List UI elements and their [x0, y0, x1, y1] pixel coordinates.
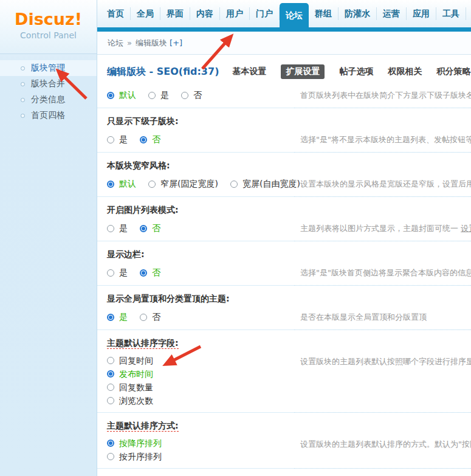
form-row-label: 主题默认排序方式: [107, 421, 294, 430]
radio-option-label: 浏览次数 [119, 394, 153, 407]
radio-option[interactable]: 默认 [107, 88, 136, 103]
radio-icon[interactable] [107, 92, 114, 99]
top-nav-item-首页[interactable]: 首页 [101, 7, 131, 20]
top-nav-item-论坛[interactable]: 论坛 [280, 3, 309, 30]
radio-group: 回复时间 发布时间 回复数量 浏览次数 [107, 354, 294, 407]
breadcrumb-section[interactable]: 论坛 [108, 38, 123, 47]
radio-option-label: 按降序排列 [119, 436, 162, 450]
top-nav-item-应用[interactable]: 应用 [407, 7, 436, 20]
form-row-help-cell: 选择"是"将不显示本版块的主题列表、发帖按钮等等 [294, 108, 471, 153]
sidebar-item[interactable]: 首页四格 [0, 108, 97, 123]
radio-icon[interactable] [181, 92, 188, 99]
radio-icon[interactable] [230, 181, 238, 188]
radio-option-label: 是 [119, 132, 128, 147]
sidebar-item[interactable]: 分类信息 [0, 92, 97, 108]
radio-icon[interactable] [107, 397, 114, 404]
top-nav-item-用户[interactable]: 用户 [220, 7, 250, 20]
settings-tab[interactable]: 基本设置 [232, 66, 266, 77]
form-row-field-cell: 页面缓存系数: [97, 469, 294, 476]
help-text: 设置版块的主题列表默认按照哪个字段进行排序显示 [300, 354, 471, 369]
top-nav-item-群组[interactable]: 群组 [309, 7, 339, 20]
top-nav-item-内容[interactable]: 内容 [190, 7, 220, 20]
form-row-label: 只显示下级子版块: [107, 117, 294, 126]
radio-icon[interactable] [107, 314, 114, 321]
settings-tab[interactable]: 扩展设置 [281, 64, 325, 79]
help-link[interactable]: 设置宽 [461, 224, 471, 233]
top-nav-item-站长[interactable]: 站长 [466, 7, 471, 20]
form-row-field-cell: 默认 是 否 [97, 80, 294, 108]
radio-option[interactable]: 是 [148, 88, 169, 103]
help-text: 首页版块列表中在版块简介下方显示下级子版块名字 [300, 88, 471, 103]
radio-option[interactable]: 否 [140, 221, 160, 236]
settings-tab[interactable]: 权限相关 [388, 66, 422, 77]
form-row-label: 显示边栏: [107, 250, 294, 259]
radio-icon[interactable] [148, 92, 156, 99]
settings-tab[interactable]: 积分策略 [436, 66, 470, 77]
radio-option-label: 否 [193, 88, 202, 103]
radio-option[interactable]: 回复时间 [107, 354, 294, 367]
radio-option[interactable]: 回复数量 [107, 381, 294, 394]
radio-icon[interactable] [107, 384, 114, 391]
radio-option[interactable]: 否 [140, 132, 160, 147]
help-text: 选择"是"版块首页侧边将显示聚合本版内容的信息 [300, 265, 471, 280]
radio-icon[interactable] [107, 453, 114, 460]
form-row-help-cell: 选择"是"版块首页侧边将显示聚合本版内容的信息 [294, 241, 471, 286]
form-row-help-cell: 首页版块列表中在版块简介下方显示下级子版块名字 [294, 80, 471, 108]
radio-option[interactable]: 发布时间 [107, 367, 294, 381]
sidebar-menu: 版块管理 版块合并 分类信息 首页四格 [0, 54, 97, 123]
help-text: 设置本版块的显示风格是宽版还是窄版，设置后用户 [300, 176, 471, 191]
sidebar-item[interactable]: 版块管理 [0, 60, 97, 76]
form-row-label: 显示全局置顶和分类置顶的主题: [107, 294, 294, 303]
radio-icon[interactable] [107, 357, 114, 364]
radio-option-label: 是 [119, 309, 128, 325]
top-nav-item-运营[interactable]: 运营 [377, 7, 407, 20]
sidebar-item[interactable]: 版块合并 [0, 76, 97, 92]
form-row: 开启图片列表模式: 是 否 主题列表将以图片方式显示，主题封面可统一 设置宽 [97, 197, 471, 241]
form-row-field-cell: 主题默认排序字段: 回复时间 发布时间 回复数量 浏览次数 [97, 330, 294, 413]
help-text: 选择"是"将不显示本版块的主题列表、发帖按钮等等 [300, 132, 471, 147]
bullet-icon [21, 114, 25, 118]
breadcrumb-add-link[interactable]: [+] [170, 38, 182, 47]
radio-option[interactable]: 按升序排列 [107, 450, 294, 463]
radio-option[interactable]: 浏览次数 [107, 394, 294, 407]
radio-icon[interactable] [107, 370, 114, 378]
radio-option[interactable]: 否 [140, 265, 160, 280]
radio-icon[interactable] [140, 314, 147, 321]
form-row-help-cell: 设置版块的主题列表默认按照哪个字段进行排序显示 [294, 330, 471, 413]
radio-icon[interactable] [107, 181, 114, 188]
radio-option[interactable]: 是 [107, 221, 128, 236]
radio-icon[interactable] [148, 181, 156, 188]
sidebar-item-label: 分类信息 [31, 94, 65, 105]
settings-form: 默认 是 否 首页版块列表中在版块简介下方显示下级子版块名字 只显示下级子版块:… [97, 80, 471, 476]
radio-option[interactable]: 是 [107, 132, 128, 147]
radio-icon[interactable] [107, 136, 114, 143]
radio-icon[interactable] [107, 225, 114, 232]
radio-option-label: 回复时间 [119, 354, 153, 367]
radio-option[interactable]: 是 [107, 265, 128, 280]
radio-icon[interactable] [140, 269, 147, 277]
settings-tab-label: 权限相关 [388, 66, 422, 76]
radio-option[interactable]: 否 [140, 309, 160, 325]
top-nav-item-门户[interactable]: 门户 [250, 7, 280, 20]
radio-option[interactable]: 按降序排列 [107, 436, 294, 450]
top-nav-item-全局[interactable]: 全局 [131, 7, 160, 20]
radio-option[interactable]: 默认 [107, 176, 136, 191]
radio-option-label: 否 [152, 309, 160, 325]
radio-option[interactable]: 宽屏(自由宽度) [230, 176, 300, 191]
radio-option[interactable]: 否 [181, 88, 202, 103]
bullet-icon [21, 98, 25, 102]
radio-icon[interactable] [107, 440, 114, 447]
radio-option-label: 窄屏(固定宽度) [160, 176, 218, 191]
top-nav-item-防灌水[interactable]: 防灌水 [339, 7, 377, 20]
breadcrumb: 论坛»编辑版块 [+] [97, 32, 471, 55]
radio-option-label: 默认 [119, 88, 136, 103]
form-row-field-cell: 本版块宽窄风格: 默认 窄屏(固定宽度) 宽屏(自由宽度) [97, 153, 294, 197]
radio-icon[interactable] [107, 269, 114, 277]
settings-tab[interactable]: 帖子选项 [339, 66, 373, 77]
top-nav-item-工具[interactable]: 工具 [436, 7, 466, 20]
radio-icon[interactable] [140, 225, 147, 232]
radio-option[interactable]: 窄屏(固定宽度) [148, 176, 218, 191]
radio-icon[interactable] [140, 136, 147, 143]
top-nav-item-界面[interactable]: 界面 [160, 7, 190, 20]
radio-option[interactable]: 是 [107, 309, 128, 325]
